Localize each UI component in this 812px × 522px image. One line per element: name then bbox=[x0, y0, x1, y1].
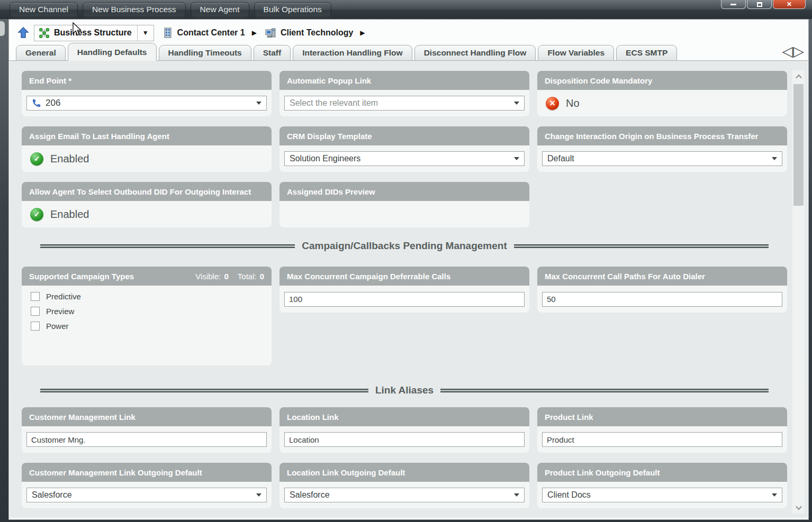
chevron-right-icon[interactable]: ▶ bbox=[360, 29, 365, 36]
field-crm-display-template: CRM Display Template Solution Engineers bbox=[279, 126, 529, 172]
visible-label: Visible: bbox=[195, 272, 221, 281]
tab-scroll-buttons: ◁ ▷ bbox=[782, 44, 804, 60]
building-icon bbox=[163, 27, 173, 39]
location-link-outgoing-default-dropdown[interactable]: Salesforce bbox=[284, 488, 525, 502]
field-title-text: Assign Email To Last Handling Agent bbox=[29, 132, 169, 141]
product-link-input[interactable] bbox=[542, 432, 782, 447]
chevron-right-icon[interactable]: ▶ bbox=[252, 29, 257, 36]
change-interaction-origin-dropdown[interactable]: Default bbox=[542, 151, 782, 166]
customer-management-link-outgoing-default-dropdown[interactable]: Salesforce bbox=[26, 488, 267, 502]
location-link-input[interactable] bbox=[284, 432, 525, 447]
new-business-process-button[interactable]: New Business Process bbox=[83, 2, 186, 17]
field-end-point: End Point * 206 bbox=[22, 71, 272, 116]
chevron-up-icon bbox=[795, 74, 802, 79]
field-title-text: Allow Agent To Select Outbound DID For O… bbox=[29, 187, 251, 196]
window-controls: ✕ bbox=[721, 0, 806, 9]
success-icon: ✓ bbox=[30, 152, 43, 166]
field-title: Allow Agent To Select Outbound DID For O… bbox=[22, 182, 272, 201]
field-title-text: Max Concurrent Campaign Deferrable Calls bbox=[287, 272, 450, 281]
tab-scroll-left-icon[interactable]: ◁ bbox=[782, 44, 793, 59]
max-concurrent-campaign-deferrable-calls-input[interactable] bbox=[284, 292, 525, 307]
vertical-scrollbar[interactable] bbox=[792, 70, 805, 514]
checkbox-predictive[interactable]: Predictive bbox=[31, 292, 267, 301]
field-title: Assign Email To Last Handling Agent bbox=[22, 126, 272, 145]
field-title-text: Customer Management Link Outgoing Defaul… bbox=[29, 468, 202, 477]
dropdown-value: Salesforce bbox=[290, 490, 330, 500]
tab-staff[interactable]: Staff bbox=[254, 45, 291, 60]
breadcrumb-item-client-technology[interactable]: Client Technology ▶ bbox=[265, 28, 365, 39]
checkbox-icon[interactable] bbox=[31, 292, 40, 301]
checkbox-icon[interactable] bbox=[31, 322, 40, 331]
customer-management-link-input[interactable] bbox=[26, 432, 267, 447]
field-title: Customer Management Link bbox=[22, 407, 272, 426]
minimize-icon bbox=[730, 4, 736, 5]
end-point-dropdown[interactable]: 206 bbox=[26, 96, 267, 111]
checkbox-label: Predictive bbox=[46, 292, 81, 301]
dropdown-placeholder: Select the relevant item bbox=[290, 98, 378, 108]
dropdown-value: Salesforce bbox=[32, 490, 72, 500]
dropdown-value: Client Docs bbox=[547, 490, 591, 500]
scroll-down-button[interactable] bbox=[792, 502, 805, 514]
product-link-outgoing-default-dropdown[interactable]: Client Docs bbox=[542, 488, 782, 502]
close-button[interactable]: ✕ bbox=[773, 0, 806, 9]
new-channel-button[interactable]: New Channel bbox=[10, 2, 78, 17]
field-allow-agent-outbound-did: Allow Agent To Select Outbound DID For O… bbox=[22, 182, 272, 227]
disposition-code-status: ✕ No bbox=[542, 97, 580, 110]
field-title-text: End Point * bbox=[29, 76, 71, 85]
field-title: Location Link Outgoing Default bbox=[279, 463, 529, 482]
tab-handling-defaults[interactable]: Handling Defaults bbox=[68, 43, 157, 61]
status-value: No bbox=[566, 97, 580, 109]
navigate-up-button[interactable] bbox=[16, 25, 31, 40]
field-title-text: Change Interaction Origin on Business Pr… bbox=[545, 132, 758, 141]
chevron-down-icon[interactable]: ▼ bbox=[137, 25, 154, 41]
error-icon: ✕ bbox=[546, 97, 559, 110]
bulk-operations-button[interactable]: Bulk Operations bbox=[254, 2, 331, 17]
maximize-button[interactable] bbox=[747, 0, 772, 9]
field-title-text: Assigned DIDs Preview bbox=[287, 187, 375, 196]
business-structure-selector[interactable]: Business Structure ▼ bbox=[34, 25, 154, 41]
breadcrumb: Business Structure ▼ Contact Center 1 ▶ … bbox=[9, 23, 808, 42]
field-location-link-outgoing-default: Location Link Outgoing Default Salesforc… bbox=[279, 463, 529, 508]
scroll-up-button[interactable] bbox=[792, 70, 805, 82]
field-customer-management-link-outgoing-default: Customer Management Link Outgoing Defaul… bbox=[22, 463, 272, 508]
chevron-down-icon bbox=[795, 506, 802, 510]
new-agent-button[interactable]: New Agent bbox=[191, 2, 249, 17]
status-value: Enabled bbox=[50, 208, 89, 221]
breadcrumb-item-contact-center[interactable]: Contact Center 1 ▶ bbox=[163, 27, 257, 39]
checkbox-power[interactable]: Power bbox=[31, 322, 267, 331]
total-count: 0 bbox=[260, 272, 264, 281]
field-title: Max Concurrent Campaign Deferrable Calls bbox=[279, 267, 529, 286]
field-product-link-outgoing-default: Product Link Outgoing Default Client Doc… bbox=[537, 463, 787, 508]
tab-general[interactable]: General bbox=[16, 45, 66, 60]
success-icon: ✓ bbox=[30, 208, 43, 221]
automatic-popup-link-dropdown[interactable]: Select the relevant item bbox=[284, 96, 525, 111]
app-window: Business Structure ▼ Contact Center 1 ▶ … bbox=[8, 19, 809, 520]
campaign-types-counts: Visible:0 Total:0 bbox=[195, 272, 264, 281]
tab-scroll-right-icon[interactable]: ▷ bbox=[793, 44, 804, 59]
tab-ecs-smtp[interactable]: ECS SMTP bbox=[616, 45, 677, 60]
minimize-button[interactable] bbox=[721, 0, 746, 9]
tab-strip: General Handling Defaults Handling Timeo… bbox=[9, 43, 808, 61]
chevron-down-icon bbox=[772, 493, 777, 497]
max-concurrent-call-paths-input[interactable] bbox=[542, 292, 782, 307]
status-value: Enabled bbox=[50, 153, 89, 165]
field-title: Location Link bbox=[279, 407, 529, 426]
field-title-text: Product Link bbox=[545, 413, 593, 422]
tab-interaction-handling-flow[interactable]: Interaction Handling Flow bbox=[293, 45, 412, 60]
field-title-text: Product Link Outgoing Default bbox=[545, 468, 660, 477]
scrollbar-thumb[interactable] bbox=[793, 84, 804, 206]
section-title: Campaign/Callbacks Pending Management bbox=[302, 240, 507, 252]
tab-handling-timeouts[interactable]: Handling Timeouts bbox=[159, 45, 251, 60]
tab-disconnect-handling-flow[interactable]: Disconnect Handling Flow bbox=[414, 45, 536, 60]
visible-count: 0 bbox=[224, 272, 228, 281]
field-title-text: Supported Campaign Types bbox=[29, 272, 134, 281]
field-title: CRM Display Template bbox=[279, 126, 529, 145]
tab-flow-variables[interactable]: Flow Variables bbox=[538, 45, 614, 60]
field-assigned-dids-preview: Assigned DIDs Preview bbox=[279, 182, 529, 227]
chevron-down-icon bbox=[514, 493, 519, 497]
checkbox-icon[interactable] bbox=[31, 307, 40, 316]
field-title: Customer Management Link Outgoing Defaul… bbox=[22, 463, 272, 482]
crm-display-template-dropdown[interactable]: Solution Engineers bbox=[284, 151, 525, 166]
field-change-interaction-origin: Change Interaction Origin on Business Pr… bbox=[537, 126, 787, 172]
checkbox-preview[interactable]: Preview bbox=[31, 307, 267, 316]
